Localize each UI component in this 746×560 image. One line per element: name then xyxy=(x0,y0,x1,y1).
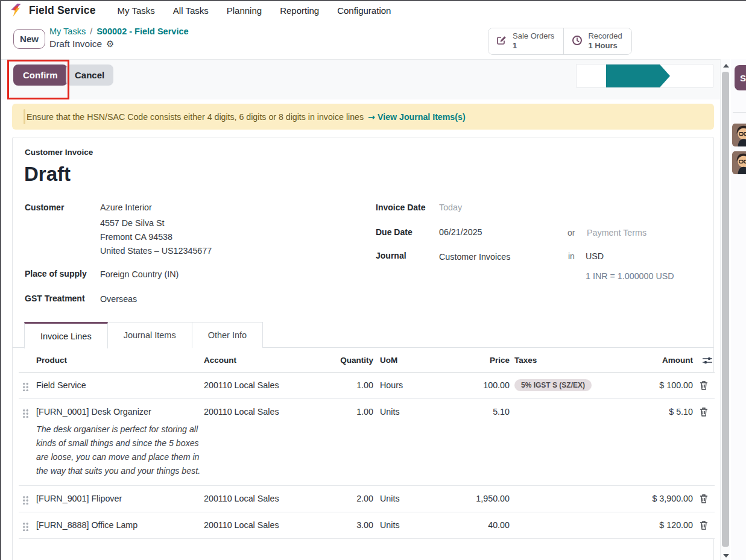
product-cell[interactable]: Field Service xyxy=(36,373,202,390)
recorded-hours-stat-button[interactable]: Recorded 1 Hours xyxy=(563,28,631,54)
delete-row-icon[interactable] xyxy=(693,399,715,417)
drag-handle-icon[interactable] xyxy=(19,399,36,420)
confirm-button[interactable]: Confirm xyxy=(13,64,68,86)
tax-badge[interactable]: 5% IGST S (SZ/EX) xyxy=(514,379,592,391)
due-date-label: Due Date xyxy=(376,227,413,237)
uom-cell[interactable]: Units xyxy=(373,399,428,417)
breadcrumb-task[interactable]: S00002 - Field Service xyxy=(96,27,188,36)
delete-row-icon[interactable] xyxy=(693,373,715,390)
main-menu: My Tasks All Tasks Planning Reporting Co… xyxy=(118,5,391,16)
avatar xyxy=(732,151,746,175)
scrollbar-down-arrow-icon[interactable] xyxy=(723,554,729,558)
gear-icon[interactable]: ⚙ xyxy=(106,39,114,49)
account-cell[interactable]: 200110 Local Sales xyxy=(202,399,317,417)
col-header-product[interactable]: Product xyxy=(36,356,202,365)
quantity-cell[interactable]: 3.00 xyxy=(317,512,373,530)
menu-reporting[interactable]: Reporting xyxy=(280,5,319,16)
tab-journal-items[interactable]: Journal Items xyxy=(108,322,192,348)
stage-ribbon xyxy=(576,64,713,88)
view-journal-items-link[interactable]: →View Journal Items(s) xyxy=(368,112,466,122)
taxes-cell xyxy=(510,399,605,406)
price-cell[interactable]: 1,950.00 xyxy=(428,486,510,503)
delete-row-icon[interactable] xyxy=(693,512,715,530)
uom-cell[interactable]: Hours xyxy=(373,373,428,390)
field-service-logo-icon[interactable] xyxy=(8,2,24,18)
amount-cell: $ 5.10 xyxy=(605,399,693,417)
recorded-hours: 1 Hours xyxy=(588,41,617,51)
uom-cell[interactable]: Units xyxy=(373,486,428,503)
invoice-date-field[interactable]: Today xyxy=(439,203,462,212)
col-header-amount[interactable]: Amount xyxy=(605,356,693,365)
stage-arrow-current[interactable] xyxy=(606,64,670,87)
product-cell[interactable]: [FURN_8888] Office Lamp xyxy=(36,512,202,530)
drag-handle-icon[interactable] xyxy=(19,373,36,393)
chatter-divider xyxy=(733,112,746,113)
optional-columns-icon[interactable] xyxy=(693,356,715,365)
active-record-title: Draft Invoice xyxy=(49,39,102,49)
price-cell[interactable]: 100.00 xyxy=(428,373,510,390)
product-cell[interactable]: [FURN_0001] Desk Organizer xyxy=(36,399,202,417)
drag-handle-icon[interactable] xyxy=(19,512,36,533)
taxes-cell: 5% IGST S (SZ/EX) xyxy=(510,373,605,391)
table-row: Field Service 200110 Local Sales 1.00 Ho… xyxy=(19,373,715,399)
app-window: Field Service My Tasks All Tasks Plannin… xyxy=(0,0,746,560)
col-header-quantity[interactable]: Quantity xyxy=(317,356,373,365)
amount-cell: $ 120.00 xyxy=(605,512,693,530)
menu-configuration[interactable]: Configuration xyxy=(337,5,391,16)
drag-handle-icon[interactable] xyxy=(19,486,36,506)
price-cell[interactable]: 5.10 xyxy=(428,399,510,417)
col-header-uom[interactable]: UoM xyxy=(373,356,428,365)
payment-terms-field[interactable]: Payment Terms xyxy=(587,228,646,238)
gst-treatment-label: GST Treatment xyxy=(25,294,85,303)
scrollbar-thumb[interactable] xyxy=(722,72,729,547)
currency-field[interactable]: USD xyxy=(586,251,604,261)
customer-address-line: 4557 De Silva St xyxy=(100,218,165,228)
account-cell[interactable]: 200110 Local Sales xyxy=(202,486,317,503)
sale-orders-stat-button[interactable]: Sale Orders 1 xyxy=(488,28,563,54)
cancel-button[interactable]: Cancel xyxy=(66,64,113,86)
taxes-cell xyxy=(510,512,605,519)
invoice-date-label: Invoice Date xyxy=(376,203,425,212)
journal-label: Journal xyxy=(376,251,406,260)
quantity-cell[interactable]: 1.00 xyxy=(317,373,373,390)
hsn-warning-banner: Ensure that the HSN/SAC Code consists ei… xyxy=(12,104,714,130)
col-header-taxes[interactable]: Taxes xyxy=(510,356,605,365)
alert-message: Ensure that the HSN/SAC Code consists ei… xyxy=(27,112,364,122)
price-cell[interactable]: 40.00 xyxy=(428,512,510,530)
delete-row-icon[interactable] xyxy=(693,486,715,503)
quantity-cell[interactable]: 2.00 xyxy=(317,486,373,503)
table-row: [FURN_9001] Flipover 200110 Local Sales … xyxy=(19,486,715,512)
menu-planning[interactable]: Planning xyxy=(227,5,262,16)
place-of-supply-field[interactable]: Foreign Country (IN) xyxy=(100,269,179,279)
customer-name-field[interactable]: Azure Interior xyxy=(100,203,152,212)
quantity-cell[interactable]: 1.00 xyxy=(317,399,373,417)
scrollbar-up-arrow-icon[interactable] xyxy=(723,64,729,68)
tab-other-info[interactable]: Other Info xyxy=(192,322,263,348)
col-header-price[interactable]: Price xyxy=(428,356,510,365)
account-cell[interactable]: 200110 Local Sales xyxy=(202,373,317,390)
amount-cell: $ 100.00 xyxy=(605,373,693,390)
menu-all-tasks[interactable]: All Tasks xyxy=(173,5,209,16)
menu-my-tasks[interactable]: My Tasks xyxy=(118,5,155,16)
app-name[interactable]: Field Service xyxy=(29,4,96,17)
amount-cell: $ 3,900.00 xyxy=(605,486,693,503)
product-cell[interactable]: [FURN_9001] Flipover xyxy=(36,486,202,503)
send-message-button[interactable]: S xyxy=(735,65,746,90)
gst-treatment-field[interactable]: Overseas xyxy=(100,294,137,304)
tab-invoice-lines[interactable]: Invoice Lines xyxy=(24,322,108,348)
recorded-label: Recorded xyxy=(588,31,622,41)
new-button[interactable]: New xyxy=(13,29,45,49)
document-type-label: Customer Invoice xyxy=(25,148,93,157)
in-label: in xyxy=(568,251,575,261)
uom-cell[interactable]: Units xyxy=(373,512,428,530)
breadcrumb-my-tasks[interactable]: My Tasks xyxy=(49,27,86,36)
customer-address-line: United States – US12345677 xyxy=(100,246,212,256)
journal-field[interactable]: Customer Invoices xyxy=(439,252,510,262)
breadcrumb: My Tasks/S00002 - Field Service Draft In… xyxy=(49,27,189,49)
due-date-field[interactable]: 06/21/2025 xyxy=(439,227,482,237)
col-header-account[interactable]: Account xyxy=(202,356,317,365)
table-row: [FURN_8888] Office Lamp 200110 Local Sal… xyxy=(19,512,715,539)
top-navbar: Field Service My Tasks All Tasks Plannin… xyxy=(1,1,746,19)
account-cell[interactable]: 200110 Local Sales xyxy=(202,512,317,530)
invoice-lines-table: Product Account Quantity UoM Price Taxes… xyxy=(19,348,715,539)
